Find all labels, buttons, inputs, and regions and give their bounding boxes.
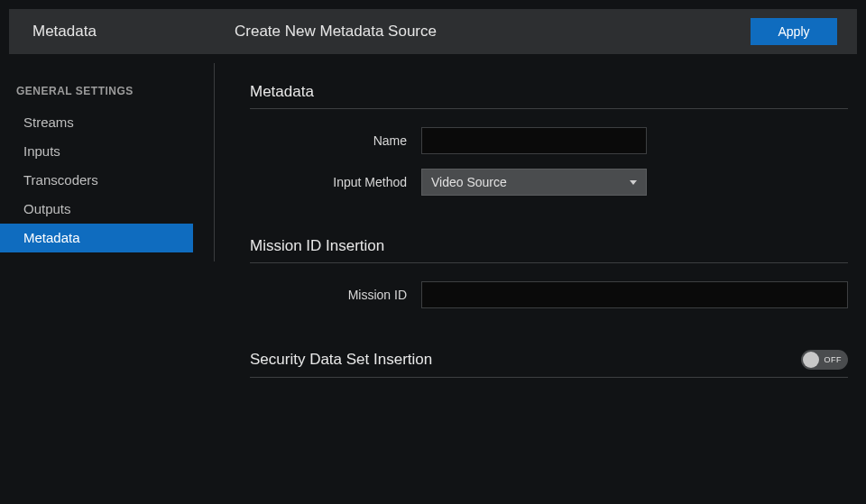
- mission-id-label: Mission ID: [250, 288, 421, 302]
- section-title-security: Security Data Set Insertion: [250, 351, 432, 369]
- page-subtitle: Create New Metadata Source: [235, 23, 751, 41]
- toggle-knob-icon: [803, 352, 819, 368]
- section-title-mission: Mission ID Insertion: [250, 237, 848, 255]
- mission-id-input[interactable]: [421, 281, 848, 308]
- name-label: Name: [250, 133, 421, 148]
- main-panel: Metadata Name Input Method Video Source …: [214, 63, 866, 504]
- security-toggle[interactable]: OFF: [801, 350, 848, 370]
- divider: [250, 377, 848, 378]
- toggle-state-label: OFF: [825, 355, 843, 364]
- divider: [250, 108, 848, 109]
- sidebar-item-transcoders[interactable]: Transcoders: [0, 166, 193, 195]
- sidebar-heading: GENERAL SETTINGS: [0, 81, 214, 108]
- apply-button[interactable]: Apply: [751, 18, 837, 45]
- name-input[interactable]: [421, 127, 647, 154]
- sidebar-item-metadata[interactable]: Metadata: [0, 224, 193, 252]
- sidebar-item-streams[interactable]: Streams: [0, 108, 193, 137]
- input-method-select[interactable]: Video Source: [421, 169, 647, 196]
- header-bar: Metadata Create New Metadata Source Appl…: [9, 9, 857, 54]
- sidebar: GENERAL SETTINGS Streams Inputs Transcod…: [0, 63, 214, 504]
- page-title: Metadata: [9, 23, 235, 41]
- input-method-label: Input Method: [250, 175, 421, 189]
- section-title-metadata: Metadata: [250, 83, 848, 101]
- sidebar-item-inputs[interactable]: Inputs: [0, 137, 193, 166]
- sidebar-item-outputs[interactable]: Outputs: [0, 195, 193, 224]
- input-method-value: Video Source: [431, 175, 507, 189]
- divider: [250, 262, 848, 263]
- chevron-down-icon: [630, 180, 637, 185]
